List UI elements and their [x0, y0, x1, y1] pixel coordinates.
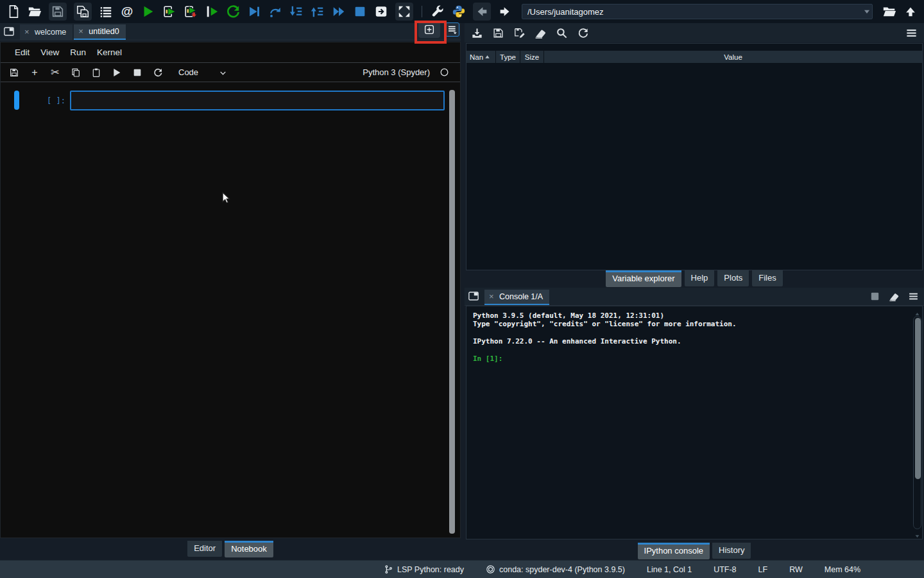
- nb-add-cell-icon[interactable]: +: [30, 67, 40, 78]
- copy-icon[interactable]: [71, 67, 81, 78]
- parent-directory-icon[interactable]: [903, 4, 918, 19]
- preferences-icon[interactable]: [431, 4, 445, 19]
- cut-icon[interactable]: ✂: [50, 67, 60, 78]
- back-icon[interactable]: [473, 3, 491, 21]
- scrollbar-track[interactable]: [913, 316, 921, 529]
- tab-welcome[interactable]: × welcome: [20, 24, 73, 40]
- variable-explorer-table: Nan Type Size Value: [466, 43, 923, 270]
- paste-icon[interactable]: [91, 67, 101, 78]
- save-icon[interactable]: [49, 3, 67, 21]
- editor-tabbar: × welcome × untitled0: [0, 23, 461, 40]
- run-file-icon[interactable]: [141, 4, 155, 19]
- nb-refresh-icon[interactable]: [153, 67, 163, 78]
- chevron-down-icon[interactable]: [219, 68, 227, 76]
- console-toolbar: [869, 291, 924, 302]
- step-out-icon[interactable]: [311, 4, 325, 19]
- column-name[interactable]: Nan: [466, 51, 495, 63]
- variable-explorer-toolbar: [465, 23, 924, 42]
- save-data-as-icon[interactable]: [513, 27, 526, 39]
- file-switcher-icon[interactable]: [99, 4, 113, 19]
- rerun-cell-icon[interactable]: [226, 4, 240, 19]
- scroll-up-icon[interactable]: [914, 308, 921, 315]
- debug-file-icon[interactable]: [247, 4, 261, 19]
- tab-plots[interactable]: Plots: [717, 270, 749, 286]
- path-dropdown-icon[interactable]: [862, 7, 871, 16]
- column-type[interactable]: Type: [496, 51, 520, 63]
- notebook-menubar: Edit View Run Kernel: [1, 42, 460, 63]
- nb-save-icon[interactable]: [9, 67, 19, 78]
- tab-help[interactable]: Help: [685, 270, 715, 286]
- lsp-status[interactable]: LSP Python: ready: [384, 565, 464, 574]
- tab-untitled0[interactable]: × untitled0: [74, 24, 125, 40]
- search-variables-icon[interactable]: [556, 27, 568, 39]
- new-file-icon[interactable]: [6, 4, 21, 19]
- lsp-status-icon: [384, 565, 393, 574]
- save-all-icon[interactable]: [74, 3, 92, 21]
- remove-variables-icon[interactable]: [535, 27, 547, 39]
- save-data-icon[interactable]: [492, 27, 504, 39]
- console-line: Python 3.9.5 (default, May 18 2021, 12:3…: [473, 311, 909, 320]
- nb-stop-icon[interactable]: [132, 67, 142, 78]
- options-menu-icon[interactable]: [905, 27, 918, 39]
- menu-edit[interactable]: Edit: [15, 48, 30, 57]
- scrollbar-thumb[interactable]: [915, 318, 921, 479]
- browse-tabs-icon[interactable]: [468, 290, 479, 302]
- maximize-pane-icon[interactable]: [395, 3, 413, 21]
- working-directory-field: [522, 4, 873, 19]
- refresh-variables-icon[interactable]: [577, 27, 589, 39]
- console-options-icon[interactable]: [908, 291, 919, 302]
- conda-env-status[interactable]: conda: spyder-dev-4 (Python 3.9.5): [486, 565, 625, 574]
- symbol-finder-icon[interactable]: @: [120, 4, 134, 19]
- tab-console-1a[interactable]: × Console 1/A: [484, 290, 549, 305]
- close-icon[interactable]: ×: [489, 293, 495, 301]
- tab-notebook[interactable]: Notebook: [225, 541, 273, 557]
- tab-menu-icon[interactable]: [445, 22, 459, 37]
- open-directory-icon[interactable]: [882, 4, 896, 19]
- close-icon[interactable]: ×: [24, 28, 31, 36]
- clear-console-icon[interactable]: [889, 291, 900, 302]
- notebook-toolbar: + ✂ Code Python 3 (Spyder): [1, 63, 460, 82]
- scroll-down-icon[interactable]: [914, 530, 921, 537]
- console-line: IPython 7.22.0 -- An enhanced Interactiv…: [473, 337, 909, 346]
- new-window-icon[interactable]: [374, 4, 388, 19]
- kernel-status: Python 3 (Spyder): [363, 67, 452, 77]
- console-scrollbar[interactable]: [912, 308, 922, 537]
- working-directory-input[interactable]: [522, 4, 873, 19]
- selected-cell-indicator: [14, 91, 19, 110]
- import-data-icon[interactable]: [471, 27, 483, 39]
- notebook-pane: Edit View Run Kernel + ✂ Code Python 3 (…: [0, 42, 461, 538]
- tab-history[interactable]: History: [712, 543, 751, 559]
- run-selection-icon[interactable]: [205, 4, 219, 19]
- cell-type-select[interactable]: Code: [178, 67, 198, 77]
- column-value[interactable]: Value: [544, 51, 922, 63]
- python-logo-icon[interactable]: [452, 4, 466, 19]
- menu-run[interactable]: Run: [70, 48, 86, 57]
- tab-ipython-console[interactable]: IPython console: [638, 543, 710, 559]
- nb-run-icon[interactable]: [112, 67, 122, 78]
- forward-icon[interactable]: [498, 4, 512, 19]
- notebook-scrollbar[interactable]: [449, 90, 455, 534]
- column-size[interactable]: Size: [520, 51, 543, 63]
- conda-env-icon: [486, 565, 495, 574]
- right-panel: Nan Type Size Value Variable explorer He…: [465, 23, 924, 560]
- kernel-name: Python 3 (Spyder): [363, 67, 430, 77]
- step-into-icon[interactable]: [289, 4, 304, 19]
- open-file-icon[interactable]: [28, 4, 42, 19]
- cell-code-input[interactable]: [70, 91, 445, 110]
- interrupt-kernel-icon[interactable]: [869, 291, 880, 302]
- browse-tabs-icon[interactable]: [3, 26, 15, 37]
- run-cell-icon[interactable]: [162, 4, 176, 19]
- tab-editor[interactable]: Editor: [187, 541, 222, 557]
- new-notebook-icon[interactable]: [418, 21, 440, 38]
- close-icon[interactable]: ×: [78, 28, 85, 35]
- menu-kernel[interactable]: Kernel: [97, 48, 122, 57]
- menu-view[interactable]: View: [40, 48, 59, 57]
- stop-debug-icon[interactable]: [353, 4, 367, 19]
- ipython-console[interactable]: Python 3.9.5 (default, May 18 2021, 12:3…: [466, 306, 923, 539]
- tab-variable-explorer[interactable]: Variable explorer: [606, 270, 681, 287]
- step-over-icon[interactable]: [268, 4, 282, 19]
- console-line: [473, 329, 909, 337]
- continue-icon[interactable]: [332, 4, 346, 19]
- tab-files[interactable]: Files: [752, 270, 782, 286]
- run-cell-advance-icon[interactable]: [184, 4, 198, 19]
